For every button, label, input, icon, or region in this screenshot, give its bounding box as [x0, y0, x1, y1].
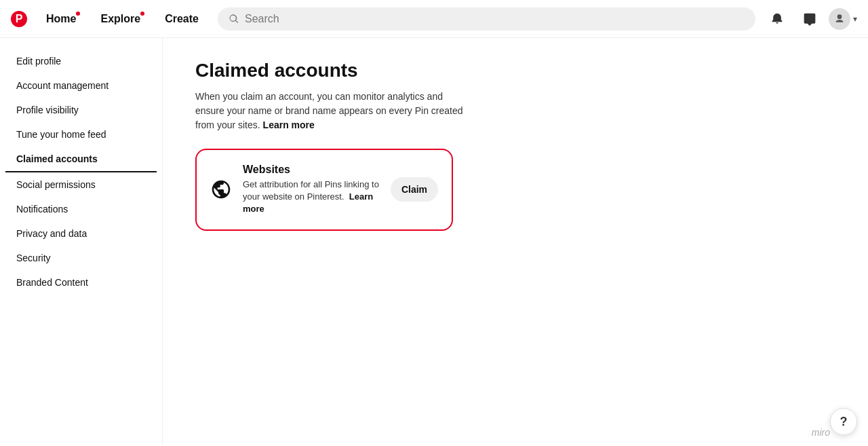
globe-icon [210, 179, 232, 200]
search-bar[interactable] [218, 7, 755, 31]
nav-create[interactable]: Create [154, 7, 210, 31]
bell-icon [770, 12, 784, 26]
description-learn-more-link[interactable]: Learn more [263, 119, 315, 130]
websites-card-text: Websites Get attribution for all Pins li… [243, 164, 380, 216]
sidebar-item-edit-profile[interactable]: Edit profile [5, 49, 157, 73]
sidebar-item-tune-home-feed[interactable]: Tune your home feed [5, 122, 157, 147]
search-input[interactable] [245, 13, 745, 25]
home-dot [76, 12, 80, 16]
websites-card: Websites Get attribution for all Pins li… [195, 149, 453, 231]
help-button[interactable]: ? [830, 408, 857, 435]
main-nav: Home Explore Create [35, 7, 210, 31]
page-title: Claimed accounts [195, 60, 835, 81]
sidebar-item-privacy-and-data[interactable]: Privacy and data [5, 221, 157, 246]
sidebar-item-branded-content[interactable]: Branded Content [5, 270, 157, 295]
content-area: Claimed accounts When you claim an accou… [163, 38, 868, 446]
explore-dot [140, 12, 144, 16]
watermark: miro [812, 427, 830, 438]
page-description: When you claim an account, you can monit… [195, 90, 467, 132]
notifications-button[interactable] [764, 5, 791, 33]
avatar [829, 8, 850, 30]
sidebar-item-notifications[interactable]: Notifications [5, 197, 157, 221]
nav-home[interactable]: Home [35, 7, 87, 31]
pinterest-logo[interactable]: P [11, 11, 27, 27]
user-dropdown[interactable]: ▾ [829, 8, 857, 30]
sidebar-item-security[interactable]: Security [5, 246, 157, 270]
websites-card-title: Websites [243, 164, 380, 176]
main-layout: Edit profile Account management Profile … [0, 38, 868, 446]
messages-button[interactable] [796, 5, 823, 33]
nav-explore[interactable]: Explore [90, 7, 151, 31]
logo-p: P [16, 13, 23, 25]
sidebar-item-social-permissions[interactable]: Social permissions [5, 172, 157, 197]
search-icon [229, 14, 239, 24]
chat-icon [803, 12, 816, 26]
chevron-down-icon: ▾ [853, 14, 857, 24]
header: P Home Explore Create [0, 0, 868, 38]
header-actions: ▾ [764, 5, 857, 33]
sidebar-item-account-management[interactable]: Account management [5, 73, 157, 98]
sidebar-item-claimed-accounts[interactable]: Claimed accounts [5, 147, 157, 172]
person-icon [834, 14, 845, 24]
websites-card-description: Get attribution for all Pins linking to … [243, 179, 380, 216]
claim-button[interactable]: Claim [391, 177, 438, 202]
sidebar-item-profile-visibility[interactable]: Profile visibility [5, 98, 157, 122]
sidebar: Edit profile Account management Profile … [0, 38, 163, 446]
